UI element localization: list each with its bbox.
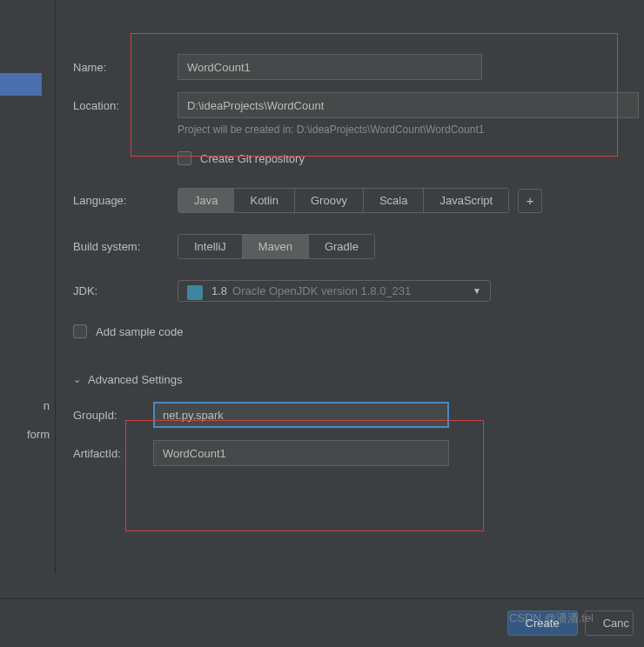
jdk-detail: Oracle OpenJDK version 1.8.0_231	[232, 284, 473, 297]
jdk-dropdown[interactable]: 1.8 Oracle OpenJDK version 1.8.0_231 ▼	[178, 280, 491, 302]
cancel-button[interactable]: Canc	[585, 610, 634, 636]
language-option-java[interactable]: Java	[178, 189, 233, 212]
artifactid-input[interactable]	[153, 440, 449, 466]
build-option-intellij[interactable]: IntelliJ	[178, 235, 242, 258]
language-selector: Java Kotlin Groovy Scala JavaScript	[178, 188, 509, 213]
groupid-label: GroupId:	[73, 409, 153, 422]
add-language-button[interactable]: +	[518, 189, 542, 213]
language-option-scala[interactable]: Scala	[363, 189, 424, 212]
advanced-settings-label: Advanced Settings	[88, 373, 182, 386]
build-system-selector: IntelliJ Maven Gradle	[178, 234, 375, 259]
chevron-down-icon: ⌄	[73, 374, 81, 385]
build-option-maven[interactable]: Maven	[242, 235, 308, 258]
footer-bar: Create Canc	[0, 598, 644, 647]
sample-code-checkbox[interactable]	[73, 324, 87, 338]
sample-code-label: Add sample code	[96, 325, 183, 338]
git-checkbox-label: Create Git repository	[200, 152, 305, 165]
artifactid-label: ArtifactId:	[73, 447, 153, 460]
name-label: Name:	[73, 61, 178, 74]
folder-icon	[187, 285, 203, 297]
jdk-label: JDK:	[73, 284, 178, 297]
language-label: Language:	[73, 194, 178, 207]
chevron-down-icon: ▼	[473, 286, 481, 296]
sidebar-panel: n form	[0, 0, 56, 574]
sidebar-selected-item[interactable]	[0, 73, 42, 96]
language-option-javascript[interactable]: JavaScript	[423, 189, 508, 212]
advanced-settings-toggle[interactable]: ⌄ Advanced Settings	[73, 373, 644, 386]
language-option-groovy[interactable]: Groovy	[294, 189, 363, 212]
location-input[interactable]	[178, 92, 639, 118]
name-input[interactable]	[178, 54, 482, 80]
create-button[interactable]: Create	[507, 610, 578, 636]
sidebar-item-partial[interactable]: n	[44, 399, 50, 412]
build-option-gradle[interactable]: Gradle	[308, 235, 374, 258]
language-option-kotlin[interactable]: Kotlin	[233, 189, 294, 212]
location-label: Location:	[73, 99, 178, 112]
groupid-input[interactable]	[153, 402, 449, 428]
sidebar-item-partial[interactable]: form	[27, 428, 50, 441]
build-system-label: Build system:	[73, 240, 178, 253]
location-hint: Project will be created in: D:\ideaProje…	[178, 123, 644, 136]
jdk-version: 1.8	[211, 284, 227, 297]
main-form: Name: Location: Project will be created …	[56, 0, 644, 574]
git-checkbox[interactable]	[178, 151, 191, 165]
